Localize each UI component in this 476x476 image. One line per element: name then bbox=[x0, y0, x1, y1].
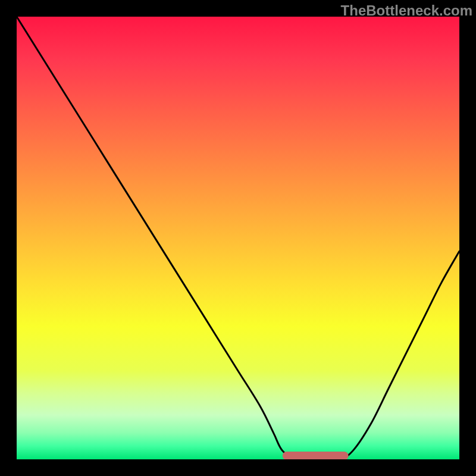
chart-container: TheBottleneck.com bbox=[0, 0, 476, 476]
plot-area bbox=[17, 17, 459, 459]
bottleneck-curve-line bbox=[17, 17, 459, 459]
curve-svg bbox=[17, 17, 459, 459]
